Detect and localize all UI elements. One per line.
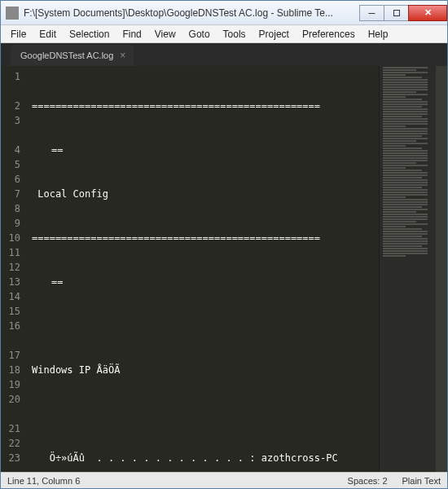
status-bar: Line 11, Column 6 Spaces: 2 Plain Text <box>1 472 447 488</box>
code-line: ========================================… <box>32 99 379 113</box>
app-window: F:\[System Documents]\Desktop\GoogleDNST… <box>0 0 448 489</box>
editor-pane[interactable]: 1 23 45678910111213141516 17181920 21222… <box>1 66 447 472</box>
tab-close-icon[interactable]: × <box>120 50 125 61</box>
app-icon <box>6 7 19 20</box>
tab-strip: GoogleDNSTest AC.log × <box>1 43 447 66</box>
vertical-scrollbar[interactable] <box>436 66 447 472</box>
menu-view[interactable]: View <box>148 27 182 42</box>
maximize-button[interactable] <box>384 5 408 21</box>
code-line: Windows IP ÅäÖÃ <box>32 363 379 377</box>
menu-preferences[interactable]: Preferences <box>296 27 362 42</box>
menu-edit[interactable]: Edit <box>33 27 63 42</box>
code-line <box>32 319 379 333</box>
menu-file[interactable]: File <box>4 27 33 42</box>
line-number-gutter: 1 23 45678910111213141516 17181920 21222… <box>1 66 27 472</box>
close-button[interactable]: ✕ <box>408 5 447 21</box>
code-line: Ö÷»úÃû . . . . . . . . . . . . . : azoth… <box>32 451 379 465</box>
tab-active[interactable]: GoogleDNSTest AC.log × <box>11 45 134 66</box>
code-line: == <box>32 143 379 157</box>
window-title: F:\[System Documents]\Desktop\GoogleDNST… <box>24 7 359 19</box>
minimap[interactable] <box>379 66 436 472</box>
status-indent[interactable]: Spaces: 2 <box>348 476 388 486</box>
code-line: == <box>32 275 379 289</box>
code-line <box>32 407 379 421</box>
menu-find[interactable]: Find <box>116 27 147 42</box>
menu-help[interactable]: Help <box>362 27 395 42</box>
menu-project[interactable]: Project <box>253 27 296 42</box>
code-line: Local Config <box>32 187 379 201</box>
title-bar[interactable]: F:\[System Documents]\Desktop\GoogleDNST… <box>1 1 447 25</box>
menu-goto[interactable]: Goto <box>182 27 217 42</box>
tab-label: GoogleDNSTest AC.log <box>20 51 113 60</box>
menu-bar: File Edit Selection Find View Goto Tools… <box>1 25 447 43</box>
menu-selection[interactable]: Selection <box>63 27 116 42</box>
status-syntax[interactable]: Plain Text <box>402 476 441 486</box>
status-cursor-position[interactable]: Line 11, Column 6 <box>7 476 80 486</box>
code-area[interactable]: ========================================… <box>27 66 379 472</box>
minimize-button[interactable]: ─ <box>359 5 384 21</box>
code-line: ========================================… <box>32 231 379 245</box>
menu-tools[interactable]: Tools <box>217 27 253 42</box>
window-buttons: ─ ✕ <box>359 5 447 21</box>
